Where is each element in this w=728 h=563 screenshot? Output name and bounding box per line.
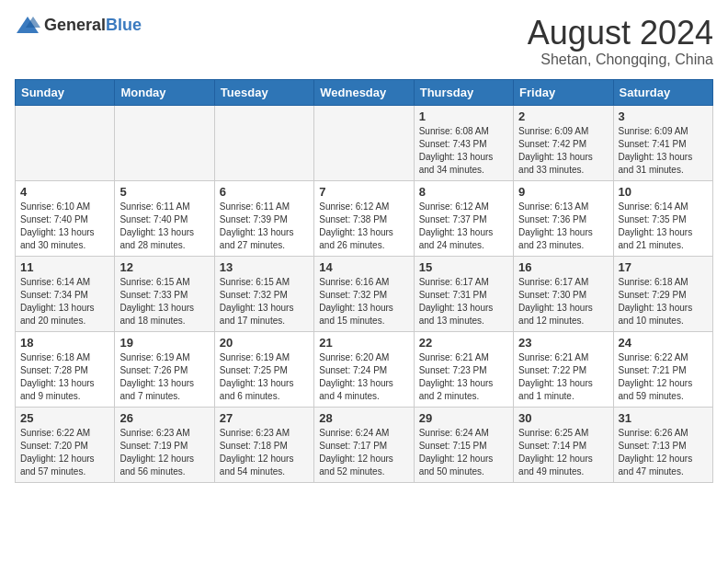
day-number: 24 — [619, 336, 708, 350]
day-info: Sunrise: 6:14 AM Sunset: 7:34 PM Dayligh… — [20, 276, 109, 327]
title-area: August 2024 Shetan, Chongqing, China — [528, 15, 713, 68]
day-number: 17 — [619, 260, 708, 274]
calendar-cell: 2Sunrise: 6:09 AM Sunset: 7:42 PM Daylig… — [514, 105, 613, 180]
day-number: 23 — [518, 336, 608, 350]
calendar-cell: 20Sunrise: 6:19 AM Sunset: 7:25 PM Dayli… — [214, 331, 313, 407]
calendar-cell: 3Sunrise: 6:09 AM Sunset: 7:41 PM Daylig… — [613, 105, 712, 180]
calendar-cell: 28Sunrise: 6:24 AM Sunset: 7:17 PM Dayli… — [314, 407, 414, 482]
day-number: 5 — [119, 185, 209, 199]
weekday-header-sunday: Sunday — [16, 79, 115, 105]
day-info: Sunrise: 6:09 AM Sunset: 7:42 PM Dayligh… — [518, 125, 608, 177]
day-info: Sunrise: 6:19 AM Sunset: 7:26 PM Dayligh… — [119, 351, 209, 403]
calendar-cell: 17Sunrise: 6:18 AM Sunset: 7:29 PM Dayli… — [613, 256, 712, 331]
calendar-cell — [16, 105, 115, 180]
day-number: 7 — [319, 185, 408, 199]
calendar-cell: 26Sunrise: 6:23 AM Sunset: 7:19 PM Dayli… — [115, 407, 214, 482]
day-info: Sunrise: 6:13 AM Sunset: 7:36 PM Dayligh… — [518, 201, 608, 252]
day-number: 11 — [20, 260, 109, 274]
calendar-cell: 19Sunrise: 6:19 AM Sunset: 7:26 PM Dayli… — [115, 331, 214, 407]
day-number: 3 — [619, 109, 708, 123]
calendar-cell: 1Sunrise: 6:08 AM Sunset: 7:43 PM Daylig… — [414, 105, 513, 180]
day-number: 15 — [419, 260, 508, 274]
calendar-cell — [115, 105, 214, 180]
calendar-week-5: 25Sunrise: 6:22 AM Sunset: 7:20 PM Dayli… — [16, 407, 713, 482]
day-number: 18 — [20, 336, 109, 350]
day-info: Sunrise: 6:15 AM Sunset: 7:33 PM Dayligh… — [119, 276, 209, 327]
day-info: Sunrise: 6:20 AM Sunset: 7:24 PM Dayligh… — [319, 351, 408, 403]
day-info: Sunrise: 6:09 AM Sunset: 7:41 PM Dayligh… — [619, 125, 708, 177]
day-number: 27 — [220, 411, 309, 425]
calendar-cell: 7Sunrise: 6:12 AM Sunset: 7:38 PM Daylig… — [314, 180, 414, 256]
day-info: Sunrise: 6:24 AM Sunset: 7:15 PM Dayligh… — [419, 427, 508, 478]
calendar-cell: 24Sunrise: 6:22 AM Sunset: 7:21 PM Dayli… — [613, 331, 712, 407]
day-info: Sunrise: 6:11 AM Sunset: 7:39 PM Dayligh… — [220, 201, 309, 252]
day-info: Sunrise: 6:14 AM Sunset: 7:35 PM Dayligh… — [619, 201, 708, 252]
day-number: 1 — [419, 109, 508, 123]
calendar-cell: 27Sunrise: 6:23 AM Sunset: 7:18 PM Dayli… — [214, 407, 313, 482]
day-info: Sunrise: 6:12 AM Sunset: 7:37 PM Dayligh… — [419, 201, 508, 252]
location-title: Shetan, Chongqing, China — [528, 52, 713, 68]
day-number: 8 — [419, 185, 508, 199]
calendar-cell: 22Sunrise: 6:21 AM Sunset: 7:23 PM Dayli… — [414, 331, 513, 407]
calendar-cell: 13Sunrise: 6:15 AM Sunset: 7:32 PM Dayli… — [214, 256, 313, 331]
weekday-header-tuesday: Tuesday — [214, 79, 313, 105]
day-number: 19 — [119, 336, 209, 350]
calendar-cell: 6Sunrise: 6:11 AM Sunset: 7:39 PM Daylig… — [214, 180, 313, 256]
day-info: Sunrise: 6:19 AM Sunset: 7:25 PM Dayligh… — [220, 351, 309, 403]
header: GeneralBlue August 2024 Shetan, Chongqin… — [15, 15, 713, 68]
day-info: Sunrise: 6:21 AM Sunset: 7:22 PM Dayligh… — [518, 351, 608, 403]
day-number: 31 — [619, 411, 708, 425]
logo-blue: Blue — [106, 16, 142, 34]
calendar-cell: 4Sunrise: 6:10 AM Sunset: 7:40 PM Daylig… — [16, 180, 115, 256]
day-info: Sunrise: 6:25 AM Sunset: 7:14 PM Dayligh… — [518, 427, 608, 478]
calendar-body: 1Sunrise: 6:08 AM Sunset: 7:43 PM Daylig… — [16, 105, 713, 482]
day-number: 21 — [319, 336, 408, 350]
logo-icon — [15, 15, 40, 35]
calendar-cell: 15Sunrise: 6:17 AM Sunset: 7:31 PM Dayli… — [414, 256, 513, 331]
day-info: Sunrise: 6:11 AM Sunset: 7:40 PM Dayligh… — [119, 201, 209, 252]
calendar-cell: 10Sunrise: 6:14 AM Sunset: 7:35 PM Dayli… — [613, 180, 712, 256]
day-number: 28 — [319, 411, 408, 425]
day-info: Sunrise: 6:17 AM Sunset: 7:30 PM Dayligh… — [518, 276, 608, 327]
calendar-week-1: 1Sunrise: 6:08 AM Sunset: 7:43 PM Daylig… — [16, 105, 713, 180]
calendar-cell: 16Sunrise: 6:17 AM Sunset: 7:30 PM Dayli… — [514, 256, 613, 331]
day-info: Sunrise: 6:26 AM Sunset: 7:13 PM Dayligh… — [619, 427, 708, 478]
calendar-cell: 31Sunrise: 6:26 AM Sunset: 7:13 PM Dayli… — [613, 407, 712, 482]
calendar-header-row: SundayMondayTuesdayWednesdayThursdayFrid… — [16, 79, 713, 105]
day-number: 13 — [220, 260, 309, 274]
day-number: 25 — [20, 411, 109, 425]
day-number: 14 — [319, 260, 408, 274]
calendar-cell: 9Sunrise: 6:13 AM Sunset: 7:36 PM Daylig… — [514, 180, 613, 256]
day-number: 9 — [518, 185, 608, 199]
day-number: 6 — [220, 185, 309, 199]
day-info: Sunrise: 6:10 AM Sunset: 7:40 PM Dayligh… — [20, 201, 109, 252]
day-number: 30 — [518, 411, 608, 425]
calendar-cell — [214, 105, 313, 180]
calendar-cell: 14Sunrise: 6:16 AM Sunset: 7:32 PM Dayli… — [314, 256, 414, 331]
calendar-cell: 29Sunrise: 6:24 AM Sunset: 7:15 PM Dayli… — [414, 407, 513, 482]
calendar-cell: 8Sunrise: 6:12 AM Sunset: 7:37 PM Daylig… — [414, 180, 513, 256]
calendar-week-4: 18Sunrise: 6:18 AM Sunset: 7:28 PM Dayli… — [16, 331, 713, 407]
day-number: 29 — [419, 411, 508, 425]
day-info: Sunrise: 6:15 AM Sunset: 7:32 PM Dayligh… — [220, 276, 309, 327]
day-info: Sunrise: 6:08 AM Sunset: 7:43 PM Dayligh… — [419, 125, 508, 177]
day-info: Sunrise: 6:18 AM Sunset: 7:29 PM Dayligh… — [619, 276, 708, 327]
day-info: Sunrise: 6:12 AM Sunset: 7:38 PM Dayligh… — [319, 201, 408, 252]
calendar-cell: 18Sunrise: 6:18 AM Sunset: 7:28 PM Dayli… — [16, 331, 115, 407]
day-number: 22 — [419, 336, 508, 350]
day-info: Sunrise: 6:22 AM Sunset: 7:20 PM Dayligh… — [20, 427, 109, 478]
calendar-cell: 25Sunrise: 6:22 AM Sunset: 7:20 PM Dayli… — [16, 407, 115, 482]
calendar-cell — [314, 105, 414, 180]
day-number: 20 — [220, 336, 309, 350]
month-title: August 2024 — [528, 15, 713, 52]
day-number: 2 — [518, 109, 608, 123]
day-info: Sunrise: 6:24 AM Sunset: 7:17 PM Dayligh… — [319, 427, 408, 478]
calendar-week-2: 4Sunrise: 6:10 AM Sunset: 7:40 PM Daylig… — [16, 180, 713, 256]
day-info: Sunrise: 6:21 AM Sunset: 7:23 PM Dayligh… — [419, 351, 508, 403]
weekday-header-friday: Friday — [514, 79, 613, 105]
day-info: Sunrise: 6:18 AM Sunset: 7:28 PM Dayligh… — [20, 351, 109, 403]
day-info: Sunrise: 6:17 AM Sunset: 7:31 PM Dayligh… — [419, 276, 508, 327]
day-info: Sunrise: 6:22 AM Sunset: 7:21 PM Dayligh… — [619, 351, 708, 403]
calendar-table: SundayMondayTuesdayWednesdayThursdayFrid… — [15, 79, 713, 483]
logo: GeneralBlue — [15, 15, 142, 35]
